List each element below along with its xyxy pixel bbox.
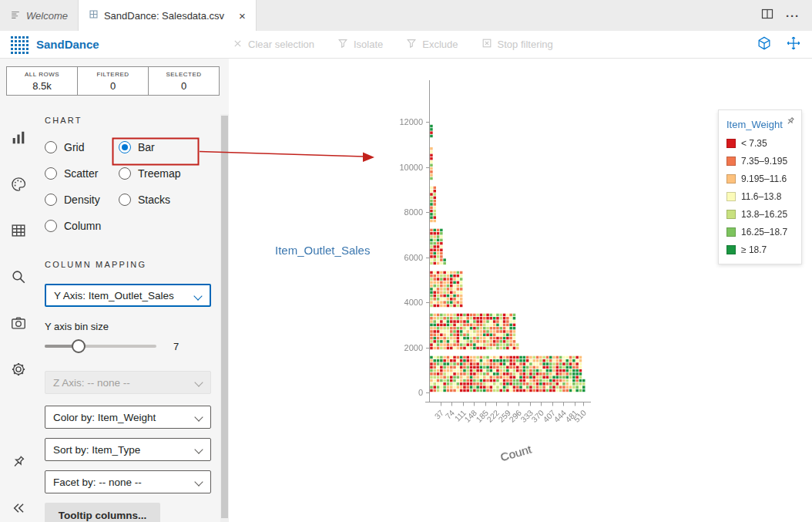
y-axis-dropdown-value: Y Axis: Item_Outlet_Sales: [54, 290, 174, 301]
row-stats: ALL ROWS 8.5k FILTERED 0 SELECTED 0: [6, 66, 220, 96]
sort-by-dropdown[interactable]: Sort by: Item_Type: [45, 438, 211, 461]
radio-icon: [45, 220, 57, 232]
legend-label: 9.195–11.6: [741, 173, 787, 184]
legend-swatch: [726, 192, 736, 201]
color-by-dropdown-value: Color by: Item_Weight: [53, 412, 156, 423]
radio-label: Scatter: [64, 167, 98, 180]
sanddance-logo: [9, 35, 29, 54]
legend-label: < 7.35: [741, 138, 767, 149]
legend-item[interactable]: 7.35–9.195: [726, 156, 794, 167]
toolbar-buttons: Clear selection Isolate Exclude Stop fil…: [233, 38, 553, 51]
chart-type-radio-group: Grid Bar Scatter Treemap Density Stacks …: [45, 140, 213, 234]
tab-welcome[interactable]: Welcome: [0, 0, 79, 31]
chevron-down-icon: [194, 477, 203, 486]
radio-label: Treemap: [138, 167, 181, 180]
legend-item[interactable]: 16.25–18.7: [726, 227, 794, 237]
chart-type-radio-density[interactable]: Density: [45, 192, 119, 207]
exclude-button[interactable]: Exclude: [406, 38, 458, 51]
stop-filtering-label: Stop filtering: [498, 39, 553, 50]
pin-panel-icon[interactable]: [10, 453, 27, 470]
chart-type-radio-column[interactable]: Column: [45, 218, 119, 234]
bin-size-value: 7: [173, 341, 179, 352]
legend-label: 13.8–16.25: [741, 209, 787, 220]
legend-title[interactable]: Item_Weight: [726, 119, 794, 130]
close-tab-icon[interactable]: ×: [239, 10, 246, 22]
radio-label: Grid: [64, 141, 84, 153]
legend-swatch: [726, 227, 736, 237]
radio-icon: [119, 141, 131, 153]
y-axis-title[interactable]: Item_Outlet_Sales: [275, 244, 370, 257]
bin-size-slider-row: 7: [45, 340, 213, 352]
chart-type-radio-treemap[interactable]: Treemap: [119, 166, 213, 181]
legend-swatch: [726, 245, 736, 254]
stop-filter-icon: [481, 38, 492, 51]
sanddance-toolbar: SandDance Clear selection Isolate Exclud…: [0, 31, 812, 59]
isolate-label: Isolate: [354, 39, 383, 50]
z-axis-dropdown-value: Z Axis: -- none --: [53, 377, 130, 389]
settings-gear-icon[interactable]: [10, 361, 27, 378]
data-table-icon[interactable]: [10, 222, 27, 239]
stat-filtered-value: 0: [78, 80, 148, 92]
clear-selection-label: Clear selection: [248, 39, 314, 50]
app-title: SandDance: [36, 38, 99, 51]
bin-size-slider[interactable]: [45, 345, 156, 348]
radio-icon: [119, 167, 131, 180]
tabbar-actions: ···: [761, 0, 812, 31]
chevron-down-icon: [193, 291, 202, 300]
chart-settings-panel: CHART Grid Bar Scatter Treemap Density S…: [45, 116, 213, 522]
chevron-down-icon: [194, 413, 203, 421]
stat-all-rows-label: ALL ROWS: [7, 71, 77, 78]
radio-icon: [119, 194, 131, 206]
stat-filtered: FILTERED 0: [77, 66, 149, 96]
isolate-button[interactable]: Isolate: [337, 38, 383, 51]
facet-by-dropdown[interactable]: Facet by: -- none --: [45, 470, 211, 493]
legend-label: 16.25–18.7: [741, 227, 787, 237]
panel-scrollbar[interactable]: [220, 114, 229, 522]
color-by-dropdown[interactable]: Color by: Item_Weight: [45, 406, 211, 429]
legend-item[interactable]: < 7.35: [726, 138, 794, 149]
stat-all-rows-value: 8.5k: [7, 80, 77, 92]
chart-3d-cube-icon[interactable]: [757, 35, 772, 54]
legend-panel: Item_Weight < 7.35 7.35–9.195 9.195–11.6…: [718, 109, 802, 264]
search-icon[interactable]: [10, 268, 27, 285]
radio-icon: [45, 167, 57, 180]
legend-item[interactable]: 9.195–11.6: [726, 173, 794, 184]
chart-view-icon[interactable]: [10, 130, 27, 146]
color-palette-icon[interactable]: [10, 176, 27, 193]
tab-sanddance-salesdata[interactable]: SandDance: Salesdata.csv ×: [79, 0, 257, 31]
slider-thumb[interactable]: [72, 339, 86, 353]
snapshot-camera-icon[interactable]: [10, 315, 27, 332]
tooltip-columns-button[interactable]: Tooltip columns...: [45, 503, 160, 522]
scrollbar-thumb[interactable]: [221, 116, 228, 518]
legend-label: ≥ 18.7: [741, 244, 767, 255]
legend-swatch: [726, 139, 736, 148]
isolate-funnel-icon: [337, 38, 348, 51]
clear-selection-button[interactable]: Clear selection: [233, 39, 314, 51]
chart-area: Item_Outlet_Sales Count Item_Weight < 7.…: [229, 59, 812, 522]
legend-swatch: [726, 157, 736, 166]
legend-item[interactable]: 13.8–16.25: [726, 209, 794, 220]
chart-type-radio-scatter[interactable]: Scatter: [45, 166, 119, 181]
chevron-down-icon: [194, 378, 203, 386]
csv-file-icon: [89, 9, 99, 22]
stop-filtering-button[interactable]: Stop filtering: [481, 38, 553, 51]
y-axis-dropdown[interactable]: Y Axis: Item_Outlet_Sales: [45, 284, 211, 307]
chevron-down-icon: [194, 445, 203, 453]
toolbar-right: [757, 35, 812, 54]
legend-item[interactable]: ≥ 18.7: [726, 244, 794, 255]
collapse-panel-icon[interactable]: [10, 500, 27, 517]
radio-label: Stacks: [138, 194, 170, 206]
chart-type-radio-bar[interactable]: Bar: [119, 140, 213, 155]
more-actions-icon[interactable]: ···: [786, 9, 800, 22]
camera-move-icon[interactable]: [786, 35, 801, 54]
chart-type-radio-stacks[interactable]: Stacks: [119, 192, 213, 207]
legend-pin-icon[interactable]: [785, 116, 796, 126]
welcome-tab-icon: [10, 9, 21, 22]
stat-filtered-label: FILTERED: [78, 71, 148, 78]
split-editor-icon[interactable]: [761, 8, 773, 23]
tab-sanddance-label: SandDance: Salesdata.csv: [104, 10, 224, 22]
legend-item[interactable]: 11.6–13.8: [726, 191, 794, 202]
z-axis-dropdown[interactable]: Z Axis: -- none --: [45, 371, 211, 394]
exclude-label: Exclude: [422, 39, 458, 50]
chart-type-radio-grid[interactable]: Grid: [45, 140, 119, 155]
